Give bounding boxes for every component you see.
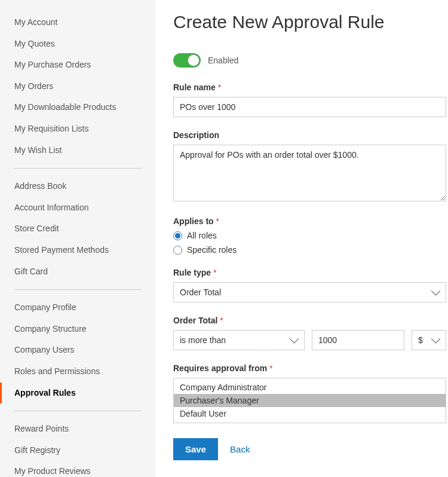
- requires-approval-multiselect[interactable]: Company AdministratorPurchaser's Manager…: [173, 378, 446, 423]
- back-button[interactable]: Back: [230, 444, 250, 454]
- sidebar-item-company-structure[interactable]: Company Structure: [0, 319, 155, 340]
- order-total-currency-select[interactable]: $: [412, 330, 446, 350]
- sidebar-item-my-wish-list[interactable]: My Wish List: [0, 140, 155, 161]
- sidebar-item-my-account[interactable]: My Account: [0, 12, 155, 33]
- account-sidebar: My AccountMy QuotesMy Purchase OrdersMy …: [0, 0, 155, 477]
- order-total-field: Order Total is more than $: [173, 316, 446, 350]
- rule-type-label: Rule type: [173, 268, 446, 277]
- applies-to-field: Applies to All rolesSpecific roles: [173, 216, 446, 255]
- sidebar-item-my-quotes[interactable]: My Quotes: [0, 33, 155, 55]
- sidebar-item-my-purchase-orders[interactable]: My Purchase Orders: [0, 54, 155, 76]
- multiselect-option[interactable]: Purchaser's Manager: [174, 394, 446, 407]
- form-buttons: Save Back: [173, 438, 446, 460]
- toggle-knob: [188, 54, 200, 66]
- page-title: Create New Approval Rule: [173, 12, 446, 32]
- enabled-toggle-row: Enabled: [173, 53, 446, 68]
- sidebar-item-roles-and-permissions[interactable]: Roles and Permissions: [0, 361, 155, 383]
- rule-type-field: Rule type Order Total: [173, 268, 446, 302]
- applies-to-option-label: All roles: [187, 231, 217, 240]
- applies-to-option-label: Specific roles: [187, 245, 237, 255]
- applies-to-radio[interactable]: [173, 231, 182, 240]
- sidebar-item-company-users[interactable]: Company Users: [0, 340, 155, 361]
- sidebar-item-my-product-reviews[interactable]: My Product Reviews: [0, 461, 155, 477]
- applies-to-radio[interactable]: [173, 246, 182, 255]
- sidebar-divider: [14, 289, 141, 290]
- multiselect-option[interactable]: Company Administrator: [174, 381, 446, 394]
- order-total-condition-select[interactable]: is more than: [173, 330, 305, 350]
- sidebar-item-my-downloadable-products[interactable]: My Downloadable Products: [0, 97, 155, 118]
- sidebar-divider: [14, 168, 141, 169]
- description-input[interactable]: [173, 145, 446, 201]
- sidebar-item-gift-registry[interactable]: Gift Registry: [0, 440, 155, 461]
- sidebar-item-reward-points[interactable]: Reward Points: [0, 418, 155, 440]
- sidebar-item-account-information[interactable]: Account Information: [0, 197, 155, 219]
- sidebar-item-stored-payment-methods[interactable]: Stored Payment Methods: [0, 240, 155, 261]
- description-label: Description: [173, 130, 446, 140]
- sidebar-item-gift-card[interactable]: Gift Card: [0, 261, 155, 283]
- sidebar-item-my-requisition-lists[interactable]: My Requisition Lists: [0, 118, 155, 140]
- sidebar-item-my-orders[interactable]: My Orders: [0, 76, 155, 97]
- sidebar-item-address-book[interactable]: Address Book: [0, 176, 155, 197]
- enabled-label: Enabled: [208, 56, 238, 65]
- applies-to-label: Applies to: [173, 216, 446, 226]
- order-total-label: Order Total: [173, 316, 446, 325]
- applies-to-option: Specific roles: [173, 245, 446, 255]
- enabled-toggle[interactable]: [173, 53, 201, 68]
- rule-name-input[interactable]: [173, 97, 446, 117]
- rule-name-field: Rule name: [173, 82, 446, 117]
- applies-to-option: All roles: [173, 231, 446, 240]
- multiselect-option[interactable]: Default User: [174, 407, 446, 420]
- sidebar-divider: [14, 411, 141, 411]
- save-button[interactable]: Save: [173, 438, 218, 460]
- rule-type-select[interactable]: Order Total: [173, 282, 446, 302]
- description-field: Description: [173, 130, 446, 203]
- rule-name-label: Rule name: [173, 82, 446, 92]
- requires-approval-label: Requires approval from: [173, 363, 446, 373]
- sidebar-item-store-credit[interactable]: Store Credit: [0, 218, 155, 240]
- sidebar-item-approval-rules[interactable]: Approval Rules: [0, 383, 155, 404]
- requires-approval-field: Requires approval from Company Administr…: [173, 363, 446, 423]
- order-total-amount-input[interactable]: [312, 330, 404, 350]
- main-content: Create New Approval Rule Enabled Rule na…: [155, 0, 448, 477]
- sidebar-item-company-profile[interactable]: Company Profile: [0, 297, 155, 319]
